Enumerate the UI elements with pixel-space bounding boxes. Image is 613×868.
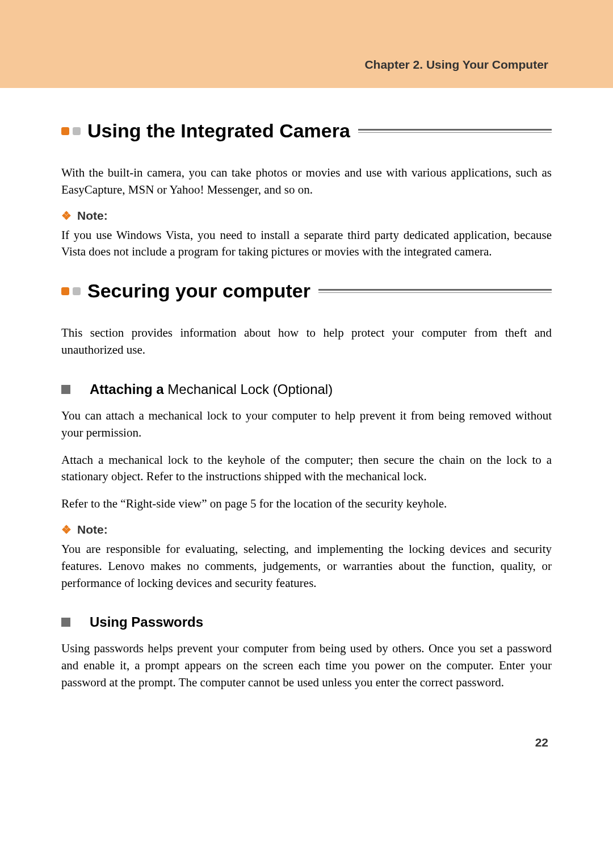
heading-rule-icon <box>358 129 552 133</box>
note-label: ❖ Note: <box>61 523 552 536</box>
heading-bullets-icon <box>61 287 87 295</box>
square-bullet-icon <box>61 618 70 627</box>
body-paragraph: You can attach a mechanical lock to your… <box>61 408 552 442</box>
square-icon <box>61 287 69 295</box>
note-body: You are responsible for evaluating, sele… <box>61 541 552 592</box>
body-paragraph: Attach a mechanical lock to the keyhole … <box>61 452 552 486</box>
subheading-mechanical-lock: Attaching a Mechanical Lock (Optional) <box>61 381 552 397</box>
document-page: Chapter 2. Using Your Computer Using the… <box>0 0 613 772</box>
square-icon <box>61 127 69 135</box>
subheading-title-bold: Using Passwords <box>90 614 203 630</box>
section-heading-camera: Using the Integrated Camera <box>61 120 552 142</box>
subheading-title-rest: Mechanical Lock (Optional) <box>167 381 333 397</box>
heading-rule-icon <box>318 289 552 293</box>
note-label-text: Note: <box>77 523 108 536</box>
body-paragraph: Refer to the “Right-side view” on page 5… <box>61 496 552 513</box>
subheading-title: Attaching a Mechanical Lock (Optional) <box>90 381 333 397</box>
chapter-label: Chapter 2. Using Your Computer <box>364 58 548 72</box>
diamond-icon: ❖ <box>61 524 72 535</box>
subheading-title-bold: Attaching a <box>90 381 167 397</box>
note-body: If you use Windows Vista, you need to in… <box>61 227 552 261</box>
body-paragraph: Using passwords helps prevent your compu… <box>61 640 552 691</box>
page-header: Chapter 2. Using Your Computer <box>0 0 613 88</box>
note-label: ❖ Note: <box>61 209 552 223</box>
body-paragraph: This section provides information about … <box>61 325 552 359</box>
body-paragraph: With the built-in camera, you can take p… <box>61 165 552 199</box>
heading-bullets-icon <box>61 127 87 135</box>
section-title: Securing your computer <box>87 280 310 302</box>
section-heading-securing: Securing your computer <box>61 280 552 302</box>
note-label-text: Note: <box>77 209 108 223</box>
page-content: Using the Integrated Camera With the bui… <box>0 120 613 691</box>
section-title: Using the Integrated Camera <box>87 120 350 142</box>
subheading-title: Using Passwords <box>90 614 203 630</box>
square-icon <box>73 127 81 135</box>
square-icon <box>73 287 81 295</box>
square-bullet-icon <box>61 385 70 394</box>
subheading-using-passwords: Using Passwords <box>61 614 552 630</box>
diamond-icon: ❖ <box>61 210 72 221</box>
page-number: 22 <box>0 702 613 772</box>
